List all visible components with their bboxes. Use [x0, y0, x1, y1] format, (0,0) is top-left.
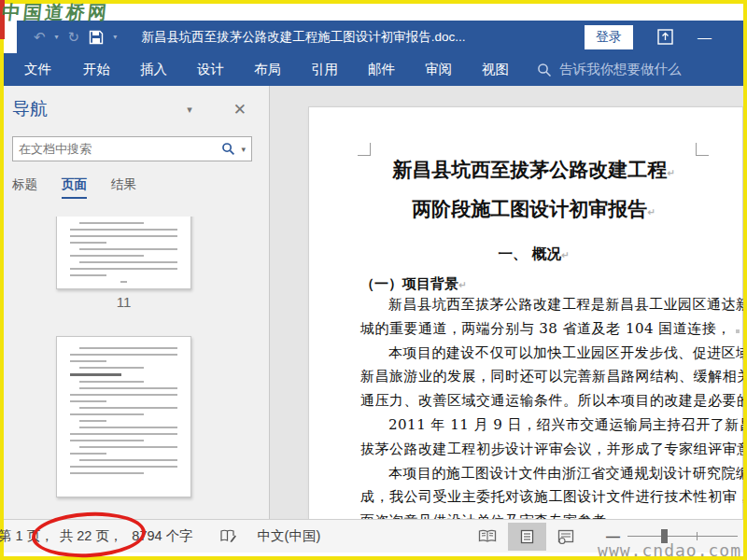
screenshot-frame: 中国道桥网 ↶ ▾ ↻ ▾ 新昌县坑西至拔茅公路改建工程施工图设计初审报告.do…	[0, 0, 747, 560]
read-mode-button[interactable]	[467, 523, 508, 550]
quick-access-toolbar: ↶ ▾ ↻ ▾	[17, 29, 117, 46]
tab-mailings[interactable]: 邮件	[357, 53, 406, 86]
nav-search-box[interactable]: ▾	[12, 136, 252, 161]
document-page[interactable]: 新昌县坑西至拔茅公路改建工程↵ 两阶段施工图设计初审报告↵ 一、 概况↵ （一）…	[308, 106, 743, 519]
undo-dropdown-icon[interactable]: ▾	[55, 33, 59, 41]
watermark-top-left: 中国道桥网	[1, 0, 111, 25]
customize-qat-icon[interactable]: ▾	[113, 33, 117, 41]
redo-icon[interactable]: ↻	[68, 29, 80, 46]
tab-design[interactable]: 设计	[186, 53, 235, 86]
tab-home[interactable]: 开始	[72, 53, 121, 86]
nav-dropdown-icon[interactable]: ▾	[187, 104, 192, 116]
zoom-slider-track[interactable]	[627, 536, 738, 537]
doc-body-line: 拔茅公路改建工程初步设计评审会议，并形成了专家组评审意见。	[360, 438, 707, 462]
doc-title-line-1: 新昌县坑西至拔茅公路改建工程↵	[360, 152, 707, 191]
minimize-icon[interactable]: —	[698, 29, 712, 45]
nav-tab-results[interactable]: 结果	[111, 176, 136, 199]
thumbnail-page-number: 11	[56, 289, 191, 310]
tab-view[interactable]: 视图	[471, 53, 520, 86]
pilcrow-mark: ↵	[458, 280, 466, 290]
page-thumbnail-12[interactable]	[56, 336, 191, 497]
margin-corner-mark-right	[696, 143, 709, 156]
document-area: 新昌县坑西至拔茅公路改建工程↵ 两阶段施工图设计初审报告↵ 一、 概况↵ （一）…	[270, 86, 743, 519]
nav-search-magnifier-icon[interactable]	[221, 142, 235, 156]
tab-insert[interactable]: 插入	[129, 53, 178, 86]
doc-body-line: 通压力、改善区域交通运输条件。所以本项目的改建是必要的。	[360, 389, 707, 413]
paragraph-end-mark	[736, 329, 740, 333]
main-content: 导航 ▾ ✕ ▾ 标题 页面 结果	[4, 86, 743, 519]
page-thumbnail-11[interactable]	[56, 217, 191, 289]
nav-tab-headings[interactable]: 标题	[12, 176, 37, 199]
doc-body-line: 2011 年 11 月 9 日，绍兴市交通运输局主持召开了新昌县坑西至	[360, 413, 707, 438]
undo-icon[interactable]: ↶	[34, 29, 46, 46]
doc-body-line: 本项目的建设不仅可以加快工业园区开发步伐、促进区域经济及	[360, 342, 707, 366]
nav-tab-pages[interactable]: 页面	[62, 176, 87, 199]
pilcrow-mark: ↵	[667, 168, 674, 178]
title-bar-right: 登录 —	[585, 25, 743, 49]
save-icon[interactable]	[89, 30, 104, 45]
ribbon-display-options-icon[interactable]	[657, 29, 673, 45]
navigation-header: 导航 ▾ ✕	[4, 86, 269, 121]
zoom-slider-tick	[697, 532, 698, 540]
tell-me-label: 告诉我你想要做什么	[559, 61, 682, 78]
print-layout-button[interactable]	[508, 523, 546, 551]
search-icon	[537, 63, 552, 77]
doc-body-line: 新昌旅游业的发展，同时还可以完善新昌路网结构、缓解相关路段交	[360, 365, 707, 389]
pilcrow-mark: ↵	[647, 207, 655, 217]
doc-body-line: 城的重要通道，两端分别与 38 省道及老 104 国道连接，	[360, 317, 707, 342]
nav-search-dropdown-icon[interactable]: ▾	[241, 145, 246, 154]
pilcrow-mark: ↵	[561, 250, 569, 260]
watermark-bottom-right: www.cndao.com	[598, 540, 741, 560]
nav-close-icon[interactable]: ✕	[233, 100, 247, 119]
tell-me-search[interactable]: 告诉我你想要做什么	[537, 61, 682, 78]
navigation-title: 导航	[12, 97, 48, 121]
status-language[interactable]: 中文(中国)	[258, 527, 321, 545]
tab-review[interactable]: 审阅	[414, 53, 463, 86]
document-title: 新昌县坑西至拔茅公路改建工程施工图设计初审报告.doc...	[141, 29, 465, 46]
tab-references[interactable]: 引用	[300, 53, 349, 86]
doc-body-line: 新昌县坑西至拔茅公路改建工程是新昌县工业园区通达新昌县	[360, 293, 707, 317]
nav-search-input[interactable]	[13, 142, 221, 156]
navigation-pane: 导航 ▾ ✕ ▾ 标题 页面 结果	[4, 86, 270, 519]
doc-body-line: 面咨询意见供设计单位及审查专家参考。	[360, 510, 707, 519]
sign-in-button[interactable]: 登录	[585, 25, 633, 49]
tab-file[interactable]: 文件	[11, 53, 64, 86]
nav-tabs: 标题 页面 结果	[4, 161, 269, 199]
web-layout-button[interactable]	[546, 523, 585, 551]
margin-corner-mark-left	[358, 143, 371, 156]
proofing-icon[interactable]	[219, 528, 237, 544]
title-bar: ↶ ▾ ↻ ▾ 新昌县坑西至拔茅公路改建工程施工图设计初审报告.doc... 登…	[17, 21, 743, 53]
doc-subheading: （一）项目背景↵	[360, 275, 707, 293]
tab-layout[interactable]: 布局	[243, 53, 292, 86]
doc-heading: 一、 概况↵	[360, 245, 707, 264]
doc-title-line-2: 两阶段施工图设计初审报告↵	[360, 191, 707, 231]
ribbon-tab-row: 文件 开始 插入 设计 布局 引用 邮件 审阅 视图 告诉我你想要做什么	[4, 53, 743, 86]
doc-body-line: 本项目的施工图设计文件由浙江省交通规划设计研究院编制完	[360, 462, 707, 486]
word-window: ↶ ▾ ↻ ▾ 新昌县坑西至拔茅公路改建工程施工图设计初审报告.doc... 登…	[4, 4, 743, 556]
doc-body-line: 成，我公司受业主委托对该施工图设计文件进行技术性初审，提出书	[360, 485, 707, 510]
page-thumbnails: 11	[4, 217, 269, 519]
